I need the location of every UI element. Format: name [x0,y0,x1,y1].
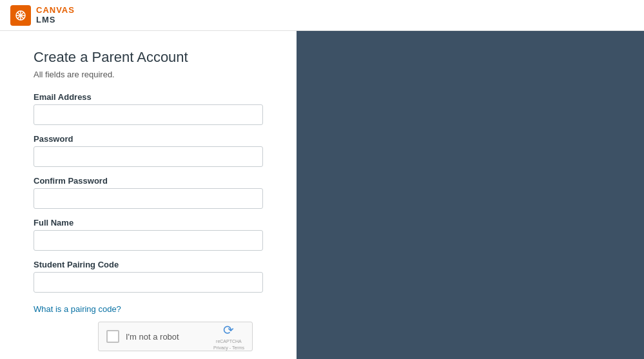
pairing-code-label: Student Pairing Code [34,260,263,269]
full-name-group: Full Name [34,218,263,251]
form-panel: Create a Parent Account All fields are r… [0,31,297,359]
recaptcha-checkbox[interactable] [106,330,119,343]
pairing-code-link[interactable]: What is a pairing code? [34,304,263,314]
right-panel [297,31,644,359]
recaptcha-label: I'm not a robot [126,332,207,342]
recaptcha-logo: ⟳ reCAPTCHA Privacy - Terms [213,322,244,351]
logo-lms-label: LMS [36,15,75,24]
confirm-password-input[interactable] [34,188,263,209]
email-input[interactable] [34,104,263,125]
logo-text: CANVAS LMS [36,6,75,24]
confirm-password-label: Confirm Password [34,176,263,186]
logo: CANVAS LMS [10,5,75,26]
email-group: Email Address [34,92,263,125]
recaptcha-brand: reCAPTCHA [216,338,242,344]
logo-canvas-label: CANVAS [36,6,75,15]
password-label: Password [34,134,263,144]
form-subtitle: All fields are required. [34,70,263,79]
recaptcha-widget[interactable]: I'm not a robot ⟳ reCAPTCHA Privacy - Te… [98,322,253,351]
pairing-code-group: Student Pairing Code [34,260,263,293]
form-title: Create a Parent Account [34,49,263,66]
canvas-logo-icon [10,5,31,26]
full-name-label: Full Name [34,218,263,228]
password-input[interactable] [34,146,263,167]
pairing-code-input[interactable] [34,272,263,293]
password-group: Password [34,134,263,167]
recaptcha-icon: ⟳ [223,322,234,338]
main-layout: Create a Parent Account All fields are r… [0,31,644,359]
confirm-password-group: Confirm Password [34,176,263,209]
app-header: CANVAS LMS [0,0,644,31]
recaptcha-sub: Privacy - Terms [213,345,244,351]
email-label: Email Address [34,92,263,102]
full-name-input[interactable] [34,230,263,251]
